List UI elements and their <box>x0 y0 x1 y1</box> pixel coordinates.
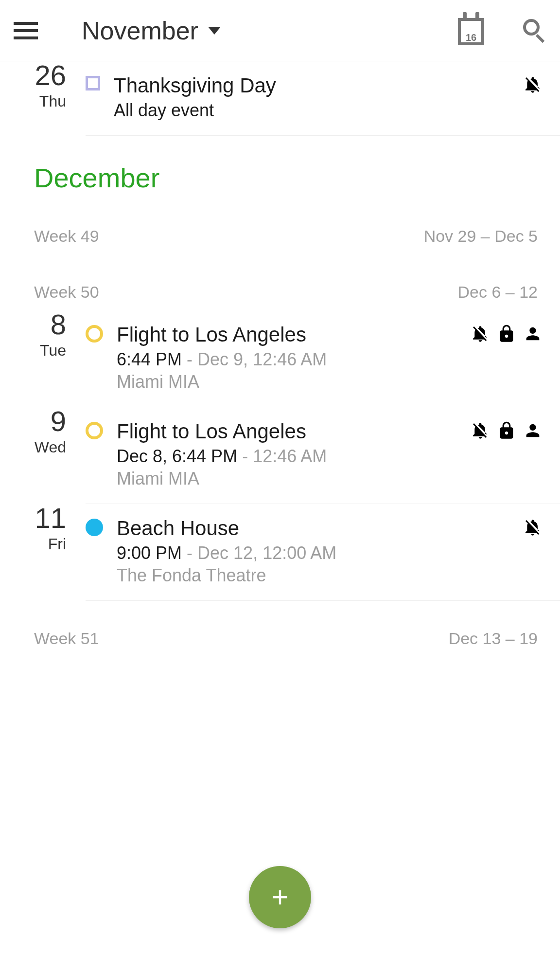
month-dropdown[interactable]: November <box>82 16 221 45</box>
week-header: Week 49Nov 29 – Dec 5 <box>0 199 560 254</box>
app-header: November 16 <box>0 0 560 61</box>
event-time: 6:44 PM - Dec 9, 12:46 AM <box>117 349 471 370</box>
day-number: 11 <box>0 504 66 532</box>
event-item[interactable]: 26ThuThanksgiving DayAll day event <box>0 61 560 136</box>
event-indicators <box>471 420 542 489</box>
today-badge: 16 <box>458 32 484 43</box>
week-range: Nov 29 – Dec 5 <box>424 227 538 246</box>
event-title: Beach House <box>117 517 523 540</box>
day-abbr: Fri <box>0 535 66 553</box>
calendar-color-marker <box>86 76 100 90</box>
week-label: Week 49 <box>34 227 99 246</box>
day-abbr: Tue <box>0 342 66 360</box>
bell-off-icon <box>471 421 490 440</box>
today-icon[interactable]: 16 <box>458 16 484 45</box>
day-number: 9 <box>0 407 66 435</box>
calendar-color-marker <box>86 422 103 439</box>
event-title: Flight to Los Angeles <box>117 420 471 443</box>
event-item[interactable]: 8TueFlight to Los Angeles6:44 PM - Dec 9… <box>0 310 560 407</box>
bell-off-icon <box>523 518 542 537</box>
event-indicators <box>523 74 542 121</box>
day-number: 8 <box>0 310 66 339</box>
lock-icon <box>497 421 516 440</box>
week-range: Dec 6 – 12 <box>458 283 538 302</box>
chevron-down-icon <box>208 27 221 35</box>
week-label: Week 51 <box>34 629 99 648</box>
week-label: Week 50 <box>34 283 99 302</box>
search-icon[interactable] <box>523 19 546 42</box>
event-location: Miami MIA <box>117 469 471 489</box>
event-date: 11Fri <box>0 504 86 553</box>
event-title: Flight to Los Angeles <box>117 323 471 346</box>
day-abbr: Thu <box>0 92 66 110</box>
lock-icon <box>497 324 516 343</box>
week-header: Week 51Dec 13 – 19 <box>0 601 560 657</box>
day-number: 26 <box>0 61 66 90</box>
month-heading: December <box>0 136 560 199</box>
event-item[interactable]: 9WedFlight to Los AngelesDec 8, 6:44 PM … <box>0 407 560 504</box>
event-indicators <box>523 517 542 586</box>
person-icon <box>523 421 542 440</box>
week-range: Dec 13 – 19 <box>449 629 538 648</box>
event-date: 8Tue <box>0 310 86 360</box>
event-time: Dec 8, 6:44 PM - 12:46 AM <box>117 446 471 467</box>
event-title: Thanksgiving Day <box>114 74 523 97</box>
month-label: November <box>82 16 198 45</box>
event-item[interactable]: 11FriBeach House9:00 PM - Dec 12, 12:00 … <box>0 504 560 601</box>
event-date: 26Thu <box>0 61 86 110</box>
agenda-list: 26ThuThanksgiving DayAll day eventDecemb… <box>0 61 560 657</box>
event-location: The Fonda Theatre <box>117 565 523 586</box>
event-location: Miami MIA <box>117 372 471 392</box>
event-date: 9Wed <box>0 407 86 456</box>
calendar-color-marker <box>86 519 103 536</box>
event-time: 9:00 PM - Dec 12, 12:00 AM <box>117 543 523 563</box>
event-time: All day event <box>114 100 523 121</box>
week-header: Week 50Dec 6 – 12 <box>0 254 560 310</box>
menu-icon[interactable] <box>14 22 38 39</box>
plus-icon: + <box>271 883 288 912</box>
calendar-color-marker <box>86 325 103 343</box>
day-abbr: Wed <box>0 438 66 456</box>
person-icon <box>523 324 542 343</box>
event-indicators <box>471 323 542 392</box>
add-event-button[interactable]: + <box>249 866 311 928</box>
bell-off-icon <box>471 324 490 343</box>
bell-off-icon <box>523 75 542 94</box>
